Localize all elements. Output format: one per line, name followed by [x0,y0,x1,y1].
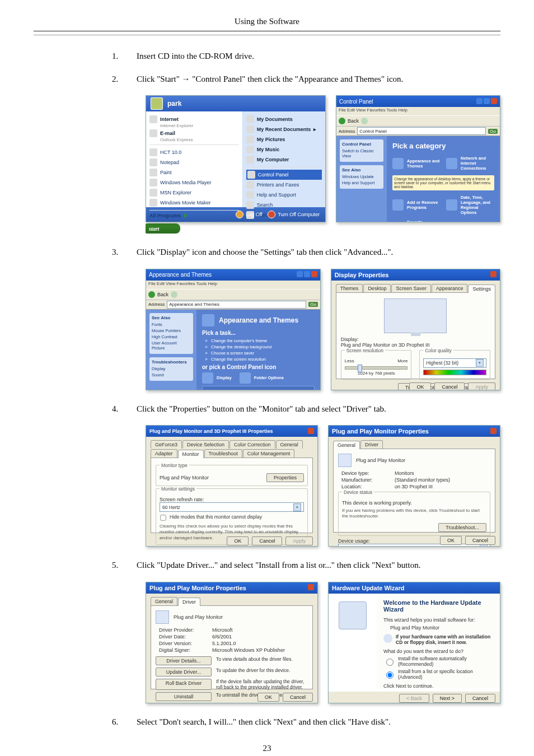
cat-network[interactable]: Network and Internet Connections [446,156,494,171]
minimize-button[interactable] [476,98,483,104]
start-item-msn[interactable]: MSN Explorer [149,188,239,198]
task-link[interactable]: Change the screen resolution [205,357,315,362]
side-link[interactable]: User Account Picture [152,340,191,351]
side-link[interactable]: Display [152,366,191,371]
cancel-button[interactable]: Cancel [465,694,495,703]
tab-settings[interactable]: Settings [468,284,495,293]
tab[interactable]: GeForce3 [151,440,182,449]
side-link[interactable]: High Contrast [152,334,191,339]
back-button[interactable]: < Back [399,694,429,703]
side-link[interactable]: Mouse Pointers [152,328,191,333]
cancel-button[interactable]: Cancel [252,536,282,545]
minimize-button[interactable] [297,271,303,277]
radio-list[interactable]: Install from a list or specific location… [383,669,493,680]
cancel-button[interactable]: Cancel [434,382,465,390]
back-button[interactable] [339,118,345,124]
color-quality-select[interactable]: Highest (32 bit)▾ [423,358,486,368]
cat-sounds[interactable]: Sounds, Speech, and Audio Devices [392,220,441,222]
start-item-recent[interactable]: My Recent Documents ▸ [246,124,322,134]
cat-appearance[interactable]: Appearance and Themes [392,156,441,171]
start-all-programs[interactable]: All Programs [149,213,239,218]
start-item-mycomp[interactable]: My Computer [246,155,322,165]
side-link[interactable]: Help and Support [342,180,381,185]
side-link[interactable]: Windows Update [342,174,381,179]
turnoff-button[interactable]: Turn Off Computer [268,211,320,218]
logoff-button[interactable]: Log Off [236,211,262,218]
start-item-hct[interactable]: HCT 10.0 [149,147,239,157]
ok-button[interactable]: OK [440,536,462,545]
start-button[interactable]: start [146,223,180,234]
next-button[interactable]: Next > [433,694,462,703]
tab[interactable]: Device Selection [182,440,229,449]
radio-auto[interactable]: Install the software automatically (Reco… [383,656,493,667]
cancel-button[interactable]: Cancel [283,693,313,702]
rollback-driver-button[interactable]: Roll Back Driver [156,679,212,690]
task-link[interactable]: Change the computer's theme [205,338,315,343]
task-link[interactable]: Choose a screen saver [205,351,315,356]
go-button[interactable]: Go [488,129,498,134]
cat-datetime[interactable]: Date, Time, Language, and Regional Optio… [446,195,494,215]
tab-desktop[interactable]: Desktop [363,284,391,292]
start-item-printers[interactable]: Printers and Faxes [246,180,322,190]
start-item-wmp[interactable]: Windows Media Player [149,178,239,188]
maximize-button[interactable] [304,271,310,277]
tab-appearance[interactable]: Appearance [432,284,468,292]
tab[interactable]: Troubleshoot [204,449,242,458]
start-item-pics[interactable]: My Pictures [246,134,322,144]
address-field[interactable]: Control Panel [357,127,486,135]
task-link[interactable]: Change the desktop background [205,344,315,349]
side-link[interactable]: Switch to Classic View [342,148,381,158]
close-button[interactable] [491,98,497,104]
start-item-help[interactable]: Help and Support [246,190,322,200]
hide-modes-checkbox[interactable]: Hide modes that this monitor cannot disp… [160,514,304,521]
driver-details-button[interactable]: Driver Details... [156,656,212,665]
troubleshoot-button[interactable]: Troubleshoot... [438,523,486,532]
resolution-slider[interactable] [345,366,408,370]
tab[interactable]: Color Correction [229,440,275,449]
close-button[interactable] [308,584,314,590]
menubar[interactable]: File Edit View Favorites Tools Help [336,107,500,115]
start-item-paint[interactable]: Paint [149,167,239,178]
go-button[interactable]: Go [308,302,318,307]
ok-button[interactable]: OK [409,382,431,390]
cat-accessibility[interactable]: Accessibility Options [446,220,494,222]
address-field[interactable]: Appearance and Themes [167,301,306,309]
uninstall-button[interactable]: Uninstall [156,692,212,701]
tab-monitor[interactable]: Monitor [178,450,204,458]
close-button[interactable] [308,428,314,434]
tab-driver[interactable]: Driver [178,598,200,606]
start-item-notepad[interactable]: Notepad [149,157,239,167]
tab-general[interactable]: General [333,441,360,449]
close-button[interactable] [490,428,496,434]
start-item-search[interactable]: Search [246,200,322,210]
tab-screensaver[interactable]: Screen Saver [391,284,431,292]
ok-button[interactable]: OK [227,536,249,545]
close-button[interactable] [490,271,496,277]
close-button[interactable] [311,271,317,277]
refresh-rate-select[interactable]: 60 Hertz▾ [160,502,304,512]
tab[interactable]: Adapter [151,449,177,458]
cancel-button[interactable]: Cancel [465,536,495,545]
menubar[interactable]: File Edit View Favorites Tools Help [146,281,320,289]
back-button[interactable] [148,291,155,298]
start-item-mydocs[interactable]: My Documents [246,114,322,124]
start-item-control-panel[interactable]: Control Panel [246,170,322,180]
icon-display[interactable]: Display [202,372,232,384]
ok-button[interactable]: OK [257,693,279,702]
start-item-wmm[interactable]: Windows Movie Maker [149,198,239,208]
apply-button[interactable]: Apply [468,382,495,390]
maximize-button[interactable] [484,98,490,104]
cat-addremove[interactable]: Add or Remove Programs [392,195,441,215]
forward-button[interactable] [171,291,177,298]
start-item-music[interactable]: My Music [246,144,322,155]
apply-button[interactable]: Apply [285,536,313,545]
update-driver-button[interactable]: Update Driver... [156,668,212,676]
tab[interactable]: General [276,440,303,449]
tab-themes[interactable]: Themes [336,284,363,292]
side-link[interactable]: Sound [152,372,191,377]
tab-driver[interactable]: Driver [360,440,383,449]
forward-button[interactable] [361,118,368,124]
tab-general[interactable]: General [151,597,177,605]
icon-folder-options[interactable]: Folder Options [240,372,284,384]
tab[interactable]: Color Management [243,449,295,458]
